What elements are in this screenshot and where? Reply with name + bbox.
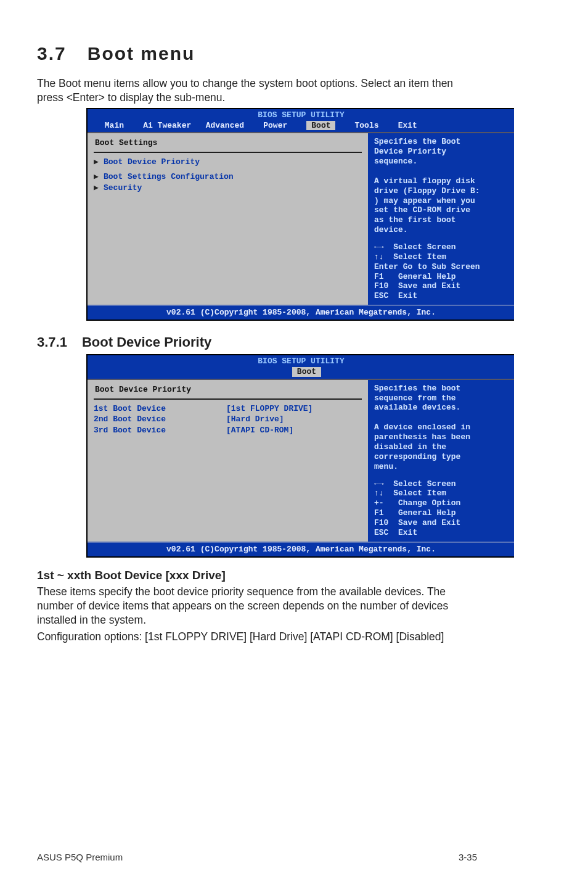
bios-tab-main: Main: [100, 121, 143, 131]
bios-tab-boot: Boot: [292, 367, 321, 377]
setting-label: 2nd Boot Device: [94, 415, 226, 424]
menu-item: ▶ Boot Device Priority: [94, 157, 362, 168]
subsection-number: 3.7.1: [37, 334, 67, 350]
setting-row: 3rd Boot Device [ATAPI CD-ROM]: [94, 425, 362, 436]
bios-header: BIOS SETUP UTILITY: [88, 355, 514, 366]
bios-tab-power: Power: [263, 121, 306, 131]
bios-right-panel: Specifies the Boot Device Priority seque…: [368, 133, 514, 305]
setting-row: 1st Boot Device [1st FLOPPY DRIVE]: [94, 403, 362, 415]
setting-label: 3rd Boot Device: [94, 426, 226, 435]
section-number: 3.7: [37, 43, 67, 64]
bios-tab-bar: Boot: [88, 366, 514, 379]
footer-right: 3-35: [459, 852, 477, 862]
bios-right-panel: Specifies the boot sequence from the ava…: [368, 380, 514, 542]
bios-footer: v02.61 (C)Copyright 1985-2008, American …: [88, 305, 514, 320]
setting-value: [1st FLOPPY DRIVE]: [226, 404, 312, 414]
setting-value: [Hard Drive]: [226, 415, 284, 424]
tab-spacer: [100, 367, 292, 377]
sub-heading: 1st ~ xxth Boot Device [xxx Drive]: [37, 569, 477, 582]
triangle-icon: ▶: [94, 157, 104, 167]
bios-tab-tools: Tools: [335, 121, 398, 131]
bios-tab-boot: Boot: [306, 121, 335, 131]
bios-tab-aitweaker: Ai Tweaker: [143, 121, 205, 131]
menu-item-label: Boot Settings Configuration: [104, 172, 234, 182]
bios-left-panel: Boot Device Priority 1st Boot Device [1s…: [88, 380, 368, 542]
bios-screenshot-boot-menu: BIOS SETUP UTILITY Main Ai Tweaker Advan…: [86, 108, 514, 321]
panel-title: Boot Settings: [94, 137, 362, 153]
setting-value: [ATAPI CD-ROM]: [226, 426, 293, 435]
key-hints: ←→ Select Screen ↑↓ Select Item +- Chang…: [374, 479, 508, 538]
footer-left: ASUS P5Q Premium: [37, 852, 123, 862]
help-text: Specifies the boot sequence from the ava…: [374, 384, 508, 472]
setting-label: 1st Boot Device: [94, 404, 226, 414]
bios-tab-advanced: Advanced: [206, 121, 264, 131]
subsection-title: Boot Device Priority: [82, 334, 211, 350]
bios-left-panel: Boot Settings ▶ Boot Device Priority ▶ B…: [88, 133, 368, 305]
setting-row: 2nd Boot Device [Hard Drive]: [94, 414, 362, 425]
menu-item-label: Security: [104, 183, 142, 193]
intro-paragraph: The Boot menu items allow you to change …: [37, 76, 477, 105]
page-footer: ASUS P5Q Premium 3-35: [37, 852, 477, 862]
section-title: Boot menu: [88, 43, 195, 64]
help-text: Specifies the Boot Device Priority seque…: [374, 137, 508, 235]
bios-tab-exit: Exit: [398, 121, 422, 131]
menu-item: ▶ Boot Settings Configuration: [94, 171, 362, 183]
bios-tab-bar: Main Ai Tweaker Advanced Power Boot Tool…: [88, 120, 514, 133]
menu-item-label: Boot Device Priority: [104, 157, 200, 167]
key-hints: ←→ Select Screen ↑↓ Select Item Enter Go…: [374, 242, 508, 301]
body-paragraph: Configuration options: [1st FLOPPY DRIVE…: [37, 630, 477, 644]
bios-header: BIOS SETUP UTILITY: [88, 109, 514, 120]
body-paragraph: These items specify the boot device prio…: [37, 585, 477, 628]
section-heading: 3.7Boot menu: [37, 43, 477, 64]
bios-footer: v02.61 (C)Copyright 1985-2008, American …: [88, 542, 514, 556]
menu-item: ▶ Security: [94, 183, 362, 194]
triangle-icon: ▶: [94, 183, 104, 193]
triangle-icon: ▶: [94, 172, 104, 182]
panel-title: Boot Device Priority: [94, 384, 362, 400]
subsection-heading: 3.7.1Boot Device Priority: [37, 334, 477, 350]
bios-screenshot-boot-priority: BIOS SETUP UTILITY Boot Boot Device Prio…: [86, 354, 514, 557]
